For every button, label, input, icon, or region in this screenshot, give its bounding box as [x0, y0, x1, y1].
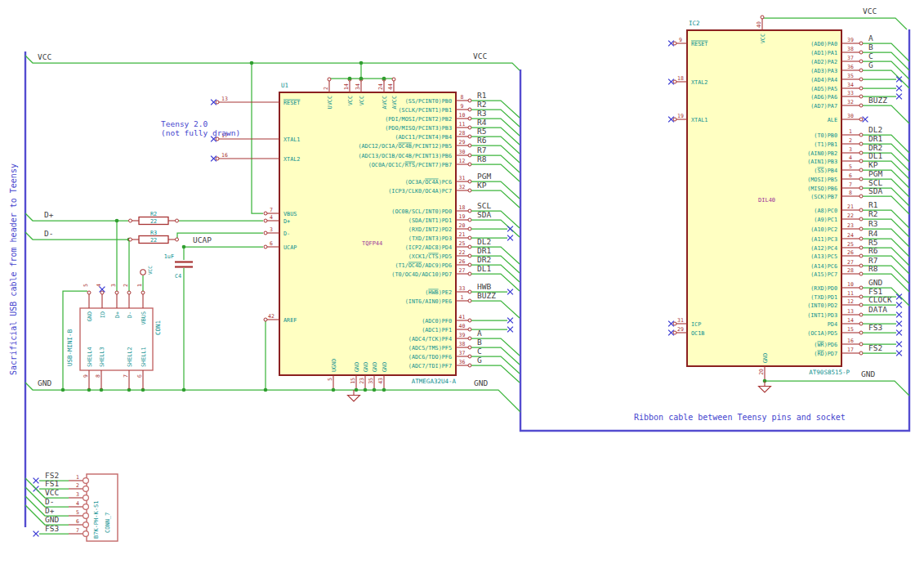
pin-end-circle: [100, 291, 104, 294]
pin-name: (TXD)PD1: [810, 294, 837, 301]
pin-pad-circle: [83, 522, 89, 528]
pin-pad-circle: [83, 531, 89, 537]
pin-number: 13: [221, 96, 228, 102]
net-label: R4: [477, 118, 487, 127]
note-teensy: Teensy 2.0 (not fully drawn): [161, 119, 240, 137]
pin-number: 17: [847, 347, 854, 353]
pin-number: 26: [459, 258, 466, 265]
ic2-at90s8515-ref: IC2: [689, 20, 700, 27]
net-label: PGM: [477, 172, 491, 181]
pin-name: (OC3A/OC4A)PC6: [405, 179, 452, 186]
pin-number: 5: [76, 509, 79, 516]
no-connect-icon: [896, 312, 902, 318]
note-side-vertical: Sacrificial USB cable from header to Tee…: [9, 147, 18, 392]
pin-pad-circle: [83, 513, 89, 519]
pin-number: 3: [76, 491, 79, 498]
pin-number: 36: [459, 359, 466, 365]
no-connect-icon: [507, 235, 513, 241]
pin-number: 24: [377, 83, 384, 90]
pin-name: (INT1)PD3: [807, 312, 837, 319]
net-label: GND: [868, 278, 882, 287]
pin-end-circle: [468, 180, 471, 183]
pin-name: AVCC: [391, 96, 398, 109]
net-label: C: [868, 51, 873, 60]
vcc-power-label: VCC: [147, 266, 153, 275]
pin-number: 26: [847, 249, 854, 256]
net-label: SDA: [477, 210, 491, 219]
pin-number: 39: [847, 37, 854, 43]
pin-number: 5: [327, 378, 333, 381]
pin-end-circle: [468, 272, 471, 275]
pin-end-circle: [468, 108, 471, 111]
pin-number: 5: [83, 284, 89, 287]
pin-pad-circle: [83, 495, 89, 501]
pin-name: (A8)PC0: [814, 208, 837, 214]
u1-atmega32u4-ref: U1: [281, 82, 288, 89]
ground-icon: [759, 387, 771, 393]
pin-name: (ADC6/TDO)PF6: [408, 354, 452, 360]
pin-end-circle: [859, 303, 863, 307]
pin-end-circle: [264, 245, 267, 248]
net-label: PGM: [868, 169, 882, 178]
pin-name: (SDA/INT1)PD1: [408, 217, 452, 224]
pin-number: 35: [847, 73, 854, 79]
pin-number: 25: [459, 240, 466, 247]
pin-number: 2: [76, 482, 79, 489]
pin-name: VCC: [347, 96, 354, 105]
pin-end-circle: [859, 217, 863, 221]
junction-dot: [264, 388, 268, 392]
pin-number: 18: [677, 75, 684, 82]
pin-number: 7: [849, 181, 852, 188]
pin-name: (AD0)PA0: [810, 41, 837, 47]
net-label: DL2: [477, 237, 491, 246]
pin-end-circle: [87, 291, 91, 294]
net-label: FS1: [45, 479, 59, 488]
pin-end-circle: [129, 238, 132, 241]
pin-name: D+: [114, 311, 121, 318]
pin-number: 14: [847, 317, 854, 324]
net-label: DL1: [868, 151, 882, 160]
pin-name: SHELL4: [87, 347, 93, 367]
pin-name: (T1)PB1: [814, 141, 837, 148]
pin-name: (A11)PC3: [810, 236, 837, 243]
pin-number: 3: [849, 146, 852, 153]
pin-end-circle: [859, 177, 863, 181]
pin-end-circle: [468, 209, 471, 213]
no-connect-icon: [507, 318, 513, 324]
pin-end-circle: [673, 42, 676, 45]
pin-end-circle: [859, 237, 863, 240]
pin-number: 36: [847, 64, 854, 70]
net-label: A: [477, 329, 482, 338]
no-connect-icon: [896, 342, 902, 347]
header-conn7-body: [87, 474, 118, 541]
pin-end-circle: [468, 227, 471, 231]
pin-name: (PDO/MISO/PCINT3)PB3: [385, 125, 452, 132]
wire: [252, 63, 263, 213]
pin-number: 6: [136, 374, 143, 378]
net-label: A: [868, 34, 873, 43]
pin-end-circle: [468, 126, 471, 129]
pin-name: (WR)PD6: [814, 342, 837, 348]
net-label: VCC: [863, 7, 877, 16]
pin-name: (AD7)PA7: [810, 103, 837, 110]
net-label: DR2: [477, 255, 491, 264]
no-connect-icon: [507, 289, 513, 295]
pin-number: 22: [459, 249, 466, 256]
net-label: R2: [868, 209, 877, 218]
wire: [762, 18, 907, 29]
net-label: GND: [45, 515, 59, 524]
pin-number: 9: [679, 37, 682, 43]
junction-dot: [355, 388, 359, 392]
pin-name: OC1B: [691, 330, 704, 337]
pin-name: PD4: [828, 321, 837, 328]
pin-end-circle: [468, 245, 471, 248]
note-ribbon: Ribbon cable between Teensy pins and soc…: [634, 413, 846, 422]
pin-name: D-: [127, 311, 133, 318]
pin-name: (RXD)PD0: [810, 285, 837, 292]
pin-number: 35: [368, 378, 374, 384]
pin-name: ALE: [828, 117, 837, 123]
pin-end-circle: [859, 142, 863, 145]
junction-dot: [182, 388, 186, 392]
pin-name: (RD)PD7: [814, 351, 837, 357]
pin-end-circle: [468, 319, 471, 322]
